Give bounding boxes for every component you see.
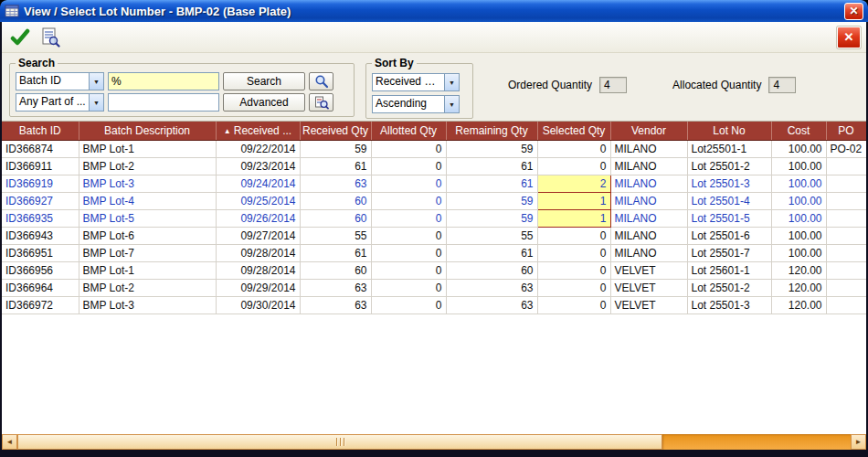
cell: 55 bbox=[300, 227, 371, 244]
column-header[interactable]: Cost bbox=[771, 122, 826, 140]
cell: ID366972 bbox=[2, 296, 79, 314]
cell: ID366935 bbox=[2, 209, 79, 227]
table-row[interactable]: ID366919BMP Lot-309/24/2014630612MILANOL… bbox=[2, 175, 866, 192]
column-header[interactable]: Remaining Qty bbox=[446, 122, 537, 140]
cell: 59 bbox=[300, 140, 371, 157]
cell: 09/25/2014 bbox=[216, 192, 300, 209]
cell[interactable]: 0 bbox=[537, 244, 610, 261]
column-header[interactable]: Vendor bbox=[610, 122, 687, 140]
sort-field-select[interactable]: Received D... ▼ bbox=[372, 73, 460, 91]
table-row[interactable]: ID366956BMP Lot-109/28/2014600600VELVETL… bbox=[2, 261, 866, 279]
search-value-input[interactable] bbox=[108, 72, 219, 90]
cell: 63 bbox=[300, 175, 371, 192]
column-header[interactable]: Received Qty bbox=[300, 122, 371, 140]
horizontal-scrollbar[interactable]: ◄ ► bbox=[2, 434, 866, 450]
lot-table: Batch IDBatch Description▲Received ...Re… bbox=[2, 122, 866, 314]
close-button[interactable]: ✕ bbox=[837, 27, 861, 48]
quantity-summary: Ordered Quantity 4 Allocated Quantity 4 bbox=[508, 77, 796, 93]
column-header[interactable]: ▲Received ... bbox=[216, 122, 300, 140]
cell: VELVET bbox=[610, 261, 687, 279]
cell: 60 bbox=[300, 209, 371, 227]
cell bbox=[826, 209, 866, 227]
table-row[interactable]: ID366964BMP Lot-209/29/2014630630VELVETL… bbox=[2, 279, 866, 296]
table-row[interactable]: ID366951BMP Lot-709/28/2014610610MILANOL… bbox=[2, 244, 866, 261]
search-magnifier-button[interactable] bbox=[309, 72, 333, 90]
scrollbar-track[interactable] bbox=[662, 434, 851, 450]
titlebar-close-button[interactable]: ✕ bbox=[844, 3, 863, 20]
accept-button[interactable] bbox=[7, 26, 33, 49]
cell: 63 bbox=[446, 279, 537, 296]
sort-direction-select[interactable]: Ascending ▼ bbox=[372, 95, 460, 113]
column-header[interactable]: Batch Description bbox=[79, 122, 216, 140]
chevron-down-icon[interactable]: ▼ bbox=[444, 74, 459, 90]
cell[interactable]: 0 bbox=[537, 261, 610, 279]
cell bbox=[826, 261, 866, 279]
cell: Lot 25501-4 bbox=[687, 192, 771, 209]
cell: 59 bbox=[446, 192, 537, 209]
scrollbar-thumb[interactable] bbox=[17, 434, 662, 450]
search-match-value: Any Part of ... bbox=[16, 94, 89, 111]
cell: 09/26/2014 bbox=[216, 209, 300, 227]
advanced-search-button[interactable] bbox=[309, 93, 333, 112]
column-header[interactable]: PO bbox=[826, 122, 866, 140]
cell: 61 bbox=[446, 244, 537, 261]
cell: 09/24/2014 bbox=[216, 175, 300, 192]
cell bbox=[826, 175, 866, 192]
cell: Lot 25501-5 bbox=[687, 209, 771, 227]
table-row[interactable]: ID366911BMP Lot-209/23/2014610610MILANOL… bbox=[2, 157, 866, 175]
table-row[interactable]: ID366874BMP Lot-109/22/2014590590MILANOL… bbox=[2, 140, 866, 157]
cell: Lot 25501-2 bbox=[687, 279, 771, 296]
cell: MILANO bbox=[610, 227, 687, 244]
cell: PO-02 bbox=[826, 140, 866, 157]
column-header[interactable]: Batch ID bbox=[2, 122, 79, 140]
search-field-select[interactable]: Batch ID ▼ bbox=[16, 72, 104, 90]
column-header[interactable]: Lot No bbox=[687, 122, 771, 140]
table-row[interactable]: ID366972BMP Lot-309/30/2014630630VELVETL… bbox=[2, 296, 866, 314]
column-header[interactable]: Allotted Qty bbox=[371, 122, 446, 140]
window-icon bbox=[5, 4, 19, 18]
cell[interactable]: 1 bbox=[537, 192, 610, 209]
cell[interactable]: 0 bbox=[537, 140, 610, 157]
search-match-select[interactable]: Any Part of ... ▼ bbox=[16, 93, 104, 112]
scroll-right-icon: ► bbox=[855, 438, 863, 446]
cell[interactable]: 0 bbox=[537, 296, 610, 314]
chevron-down-icon[interactable]: ▼ bbox=[89, 73, 103, 90]
cell[interactable]: 2 bbox=[537, 175, 610, 192]
accept-check-icon bbox=[10, 28, 30, 47]
cell bbox=[826, 244, 866, 261]
chevron-down-icon[interactable]: ▼ bbox=[444, 96, 459, 112]
search-button[interactable]: Search bbox=[223, 72, 305, 90]
table-row[interactable]: ID366927BMP Lot-409/25/2014600591MILANOL… bbox=[2, 192, 866, 209]
cell: 100.00 bbox=[771, 175, 826, 192]
cell: 61 bbox=[446, 157, 537, 175]
sort-ascending-icon: ▲ bbox=[224, 127, 231, 135]
column-header[interactable]: Selected Qty bbox=[537, 122, 610, 140]
cell: 09/28/2014 bbox=[216, 261, 300, 279]
cell[interactable]: 0 bbox=[537, 157, 610, 175]
search-secondary-input[interactable] bbox=[108, 93, 219, 112]
search-group: Search Batch ID ▼ Search bbox=[9, 57, 355, 117]
cell[interactable]: 1 bbox=[537, 209, 610, 227]
cell: Lot 25501-3 bbox=[687, 175, 771, 192]
cell: ID366964 bbox=[2, 279, 79, 296]
cell: 60 bbox=[300, 192, 371, 209]
title-bar[interactable]: View / Select Lot Number - BMP-02 (Base … bbox=[0, 0, 868, 22]
table-row[interactable]: ID366943BMP Lot-609/27/2014550550MILANOL… bbox=[2, 227, 866, 244]
cell: 0 bbox=[371, 296, 446, 314]
ordered-quantity-label: Ordered Quantity bbox=[508, 79, 592, 91]
cell bbox=[826, 227, 866, 244]
cell[interactable]: 0 bbox=[537, 279, 610, 296]
cell: 09/28/2014 bbox=[216, 244, 300, 261]
advanced-button[interactable]: Advanced bbox=[223, 93, 305, 112]
report-preview-button[interactable] bbox=[37, 26, 63, 49]
scroll-right-button[interactable]: ► bbox=[851, 434, 866, 450]
cell bbox=[826, 192, 866, 209]
scroll-left-button[interactable]: ◄ bbox=[2, 434, 17, 450]
cell[interactable]: 0 bbox=[537, 227, 610, 244]
chevron-down-icon[interactable]: ▼ bbox=[89, 94, 103, 111]
lot-grid: Batch IDBatch Description▲Received ...Re… bbox=[2, 121, 866, 434]
cell: MILANO bbox=[610, 209, 687, 227]
table-row[interactable]: ID366935BMP Lot-509/26/2014600591MILANOL… bbox=[2, 209, 866, 227]
cell: 61 bbox=[446, 175, 537, 192]
cell: 63 bbox=[300, 279, 371, 296]
